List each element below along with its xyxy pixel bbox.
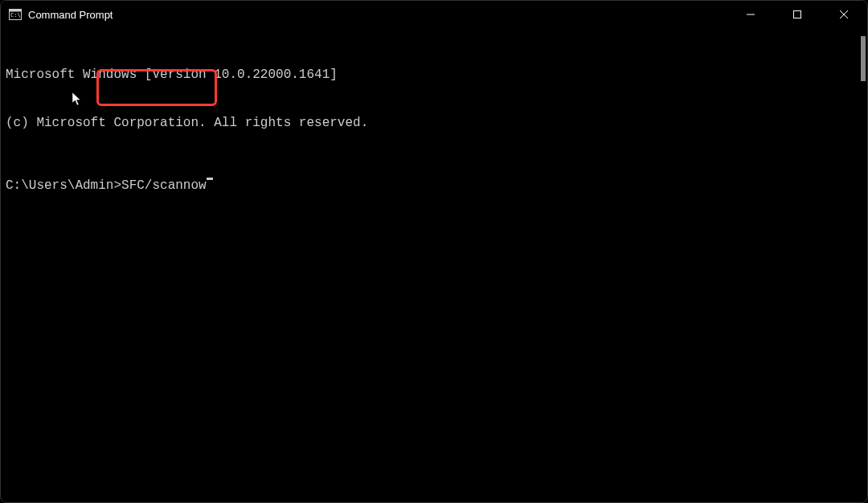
prompt-path: C:\Users\Admin> — [6, 178, 121, 194]
cmd-icon: C:\ — [9, 8, 22, 21]
window-controls — [727, 1, 867, 28]
minimize-button[interactable] — [727, 1, 774, 28]
svg-text:C:\: C:\ — [10, 12, 21, 18]
window-title: Command Prompt — [28, 9, 727, 21]
copyright-line: (c) Microsoft Corporation. All rights re… — [6, 115, 862, 131]
svg-rect-4 — [794, 11, 801, 18]
terminal-area[interactable]: Microsoft Windows [Version 10.0.22000.16… — [1, 28, 867, 232]
text-cursor — [207, 178, 213, 180]
version-line: Microsoft Windows [Version 10.0.22000.16… — [6, 67, 862, 83]
typed-command: SFC/scannow — [121, 178, 207, 194]
prompt-line: C:\Users\Admin>SFC/scannow — [6, 178, 862, 194]
maximize-button[interactable] — [774, 1, 821, 28]
titlebar[interactable]: C:\ Command Prompt — [1, 1, 867, 28]
vertical-scrollbar[interactable] — [861, 36, 866, 81]
close-button[interactable] — [821, 1, 867, 28]
command-prompt-window: C:\ Command Prompt Microsoft Windows [Ve… — [0, 0, 868, 503]
